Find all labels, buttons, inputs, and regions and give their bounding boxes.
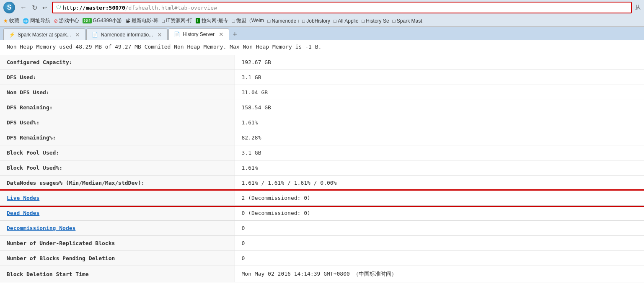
row-value-datanodes-usages: 1.61% / 1.61% / 1.61% / 0.00% — [235, 176, 644, 191]
tab-namenode-close[interactable]: ✕ — [157, 31, 162, 38]
movie-icon: 📽 — [125, 18, 130, 24]
row-value-dfs-remaining-pct: 82.28% — [235, 130, 644, 145]
row-label-block-pool-used: Block Pool Used: — [0, 145, 235, 160]
tab-history-label: History Server — [183, 31, 215, 37]
page-content: Non Heap Memory used 48.29 MB of 49.27 M… — [0, 40, 644, 297]
row-label-dfs-used: DFS Used: — [0, 70, 235, 85]
row-label-dfs-remaining: DFS Remaining: — [0, 100, 235, 115]
it-icon: □ — [162, 18, 165, 24]
bookmark-movies[interactable]: 📽 最新电影-韩 — [125, 17, 158, 24]
row-label-non-dfs-used: Non DFS Used: — [0, 85, 235, 100]
tab-spark-master[interactable]: ⚡ Spark Master at spark... ✕ — [3, 28, 85, 40]
table-row-block-deletion-start: Block Deletion Start TimeMon May 02 2016… — [0, 266, 644, 282]
bookmark-allapplic[interactable]: □ All Applic — [334, 18, 358, 24]
row-label-dfs-remaining-pct: DFS Remaining%: — [0, 130, 235, 145]
back-button[interactable]: ← — [18, 3, 28, 12]
bookmark-historyse[interactable]: □ History Se — [362, 18, 389, 24]
row-label-live-nodes: Live Nodes — [0, 191, 235, 206]
bookmark-label: Namenode i — [272, 18, 299, 24]
non-heap-memory-text: Non Heap Memory used 48.29 MB of 49.27 M… — [0, 40, 644, 55]
table-row-block-pool-used: Block Pool Used:3.1 GB — [0, 145, 644, 160]
bookmark-game[interactable]: ⊘ 游戏中心 — [54, 17, 79, 24]
allapplic-icon: □ — [334, 18, 336, 24]
row-value-dead-nodes: 0 (Decommissioned: 0) — [235, 206, 644, 221]
new-tab-button[interactable]: + — [230, 28, 240, 40]
bookmark-label: History Se — [366, 18, 389, 24]
bookmark-gg4399[interactable]: GG GG4399小游 — [83, 17, 122, 24]
tabs-bar: ⚡ Spark Master at spark... ✕ 📄 Namenode … — [0, 27, 644, 40]
row-label-decommissioning-nodes: Decommissioning Nodes — [0, 221, 235, 236]
nav-buttons: ← ↻ ↩ — [18, 3, 49, 13]
tab-spark-icon: ⚡ — [9, 32, 15, 38]
bookmark-label: 网址导航 — [30, 17, 50, 24]
bookmark-label: JobHistory — [306, 18, 330, 24]
lagou-icon: L — [196, 18, 201, 23]
row-value-dfs-used: 3.1 GB — [235, 70, 644, 85]
row-value-non-dfs-used: 31.04 GB — [235, 85, 644, 100]
bookmark-it[interactable]: □ IT资源网-打 — [162, 17, 192, 24]
tab-namenode[interactable]: 📄 Namenode informatio... ✕ — [86, 28, 168, 40]
row-link-decommissioning-nodes[interactable]: Decommissioning Nodes — [7, 225, 75, 231]
row-label-block-deletion-start: Block Deletion Start Time — [0, 266, 235, 282]
historyse-icon: □ — [362, 18, 365, 24]
namenode-bm-icon: □ — [267, 18, 270, 24]
table-row-dead-nodes[interactable]: Dead Nodes0 (Decommissioned: 0) — [0, 206, 644, 221]
table-row-live-nodes[interactable]: Live Nodes2 (Decommissioned: 0) — [0, 191, 644, 206]
row-value-configured-capacity: 192.67 GB — [235, 55, 644, 70]
table-row-dfs-remaining: DFS Remaining:158.54 GB — [0, 100, 644, 115]
row-label-block-pool-used-pct: Block Pool Used%: — [0, 160, 235, 176]
right-controls: 从 — [635, 4, 641, 11]
row-value-block-deletion-start: Mon May 02 2016 14:14:39 GMT+0800 （中国标准时… — [235, 266, 644, 282]
table-row-datanodes-usages: DataNodes usages% (Min/Median/Max/stdDev… — [0, 176, 644, 191]
tab-spark-close[interactable]: ✕ — [75, 31, 80, 38]
bookmark-shoucang[interactable]: ★ 收藏 — [3, 17, 19, 24]
weim-icon: □ — [232, 18, 235, 24]
row-label-pending-deletion: Number of Blocks Pending Deletion — [0, 251, 235, 266]
row-label-under-replicated: Number of Under-Replicated Blocks — [0, 236, 235, 251]
forward-button[interactable]: ↩ — [41, 4, 49, 12]
table-row-dfs-used: DFS Used:3.1 GB — [0, 70, 644, 85]
address-bar[interactable]: 🛡 http://master:50070/dfshealth.html#tab… — [52, 2, 632, 13]
table-row-pending-deletion: Number of Blocks Pending Deletion0 — [0, 251, 644, 266]
row-label-datanodes-usages: DataNodes usages% (Min/Median/Max/stdDev… — [0, 176, 235, 191]
bookmark-label: 最新电影-韩 — [132, 17, 158, 24]
row-label-dead-nodes: Dead Nodes — [0, 206, 235, 221]
security-icon: 🛡 — [56, 5, 61, 10]
bookmark-wangzhi[interactable]: 🌐 网址导航 — [23, 17, 50, 24]
bookmark-label: GG4399小游 — [93, 17, 122, 24]
bookmark-label: 游戏中心 — [59, 17, 79, 24]
address-text: http://master:50070/dfshealth.html#tab-o… — [63, 5, 217, 11]
bookmark-label: 收藏 — [9, 17, 19, 24]
title-bar: S ← ↻ ↩ 🛡 http://master:50070/dfshealth.… — [0, 0, 644, 15]
bookmark-label: All Applic — [338, 18, 358, 24]
bookmark-weim[interactable]: □ 微盟（Weim — [232, 17, 264, 24]
row-value-decommissioning-nodes: 0 — [235, 221, 644, 236]
menu-icon: 从 — [635, 4, 641, 11]
bookmark-label: Spark Mast — [397, 18, 422, 24]
bookmark-sparkmast[interactable]: □ Spark Mast — [393, 18, 422, 24]
row-value-live-nodes: 2 (Decommissioned: 0) — [235, 191, 644, 206]
star-icon: ★ — [3, 18, 8, 24]
browser-logo: S — [3, 2, 15, 13]
table-row-dfs-remaining-pct: DFS Remaining%:82.28% — [0, 130, 644, 145]
table-row-decommissioning-nodes[interactable]: Decommissioning Nodes0 — [0, 221, 644, 236]
tab-history-server[interactable]: 📄 History Server ✕ — [168, 28, 229, 40]
refresh-button[interactable]: ↻ — [30, 3, 39, 13]
tab-history-icon: 📄 — [174, 31, 180, 37]
row-link-dead-nodes[interactable]: Dead Nodes — [7, 210, 39, 216]
dfs-info-table: Configured Capacity:192.67 GBDFS Used:3.… — [0, 55, 644, 282]
tab-spark-label: Spark Master at spark... — [18, 32, 71, 38]
row-label-configured-capacity: Configured Capacity: — [0, 55, 235, 70]
bookmark-jobhistory[interactable]: □ JobHistory — [302, 18, 330, 24]
gg-icon: GG — [83, 18, 92, 23]
tab-history-close[interactable]: ✕ — [219, 31, 224, 38]
bookmark-label: IT资源网-打 — [166, 17, 192, 24]
table-row-block-pool-used-pct: Block Pool Used%:1.61% — [0, 160, 644, 176]
bookmark-lagou[interactable]: L 拉勾网-最专 — [196, 17, 229, 24]
bookmarks-bar: ★ 收藏 🌐 网址导航 ⊘ 游戏中心 GG GG4399小游 📽 最新电影-韩 … — [0, 15, 644, 27]
table-row-non-dfs-used: Non DFS Used:31.04 GB — [0, 85, 644, 100]
row-link-live-nodes[interactable]: Live Nodes — [7, 195, 39, 201]
row-label-dfs-used-pct: DFS Used%: — [0, 115, 235, 130]
bookmark-namenode[interactable]: □ Namenode i — [267, 18, 299, 24]
sparkmast-icon: □ — [393, 18, 396, 24]
